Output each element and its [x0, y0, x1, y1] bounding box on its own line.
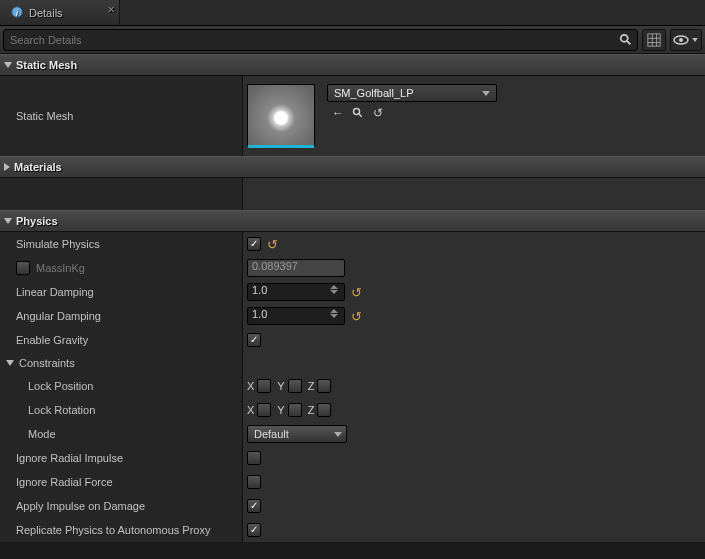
row-lock-position: Lock Position X Y Z [0, 374, 705, 398]
checkbox-lock-position-x[interactable] [257, 379, 271, 393]
checkbox-mass-in-kg[interactable] [16, 261, 30, 275]
svg-line-12 [359, 114, 362, 117]
row-lock-rotation: Lock Rotation X Y Z [0, 398, 705, 422]
checkbox-apply-impulse-on-damage[interactable] [247, 499, 261, 513]
expand-icon [4, 218, 12, 224]
checkbox-simulate-physics[interactable] [247, 237, 261, 251]
label-mass-in-kg: MassInKg [36, 262, 85, 274]
reset-icon[interactable]: ↺ [351, 285, 362, 300]
expand-icon [4, 163, 10, 171]
tab-details[interactable]: i Details ✕ [0, 0, 120, 25]
label-static-mesh: Static Mesh [0, 76, 243, 156]
checkbox-ignore-radial-impulse[interactable] [247, 451, 261, 465]
field-angular-damping[interactable]: 1.0 [247, 307, 345, 325]
sub-header-constraints[interactable]: Constraints [0, 352, 243, 374]
label-linear-damping: Linear Damping [0, 280, 243, 304]
property-matrix-button[interactable] [642, 29, 666, 51]
label-mode: Mode [0, 422, 243, 446]
field-linear-damping[interactable]: 1.0 [247, 283, 345, 301]
search-icon[interactable] [617, 31, 635, 49]
label-simulate-physics: Simulate Physics [0, 232, 243, 256]
reset-icon[interactable]: ↺ [371, 106, 385, 120]
label-lock-position: Lock Position [0, 374, 243, 398]
chevron-down-icon [334, 432, 342, 437]
section-title: Static Mesh [16, 59, 77, 71]
section-header-static-mesh[interactable]: Static Mesh [0, 54, 705, 76]
label-replicate-physics: Replicate Physics to Autonomous Proxy [0, 518, 243, 542]
row-mode: Mode Default [0, 422, 705, 446]
checkbox-lock-position-y[interactable] [288, 379, 302, 393]
section-header-physics[interactable]: Physics [0, 210, 705, 232]
checkbox-lock-rotation-y[interactable] [288, 403, 302, 417]
label-enable-gravity: Enable Gravity [0, 328, 243, 352]
label-lock-rotation: Lock Rotation [0, 398, 243, 422]
chevron-down-icon [482, 91, 490, 96]
row-replicate-physics: Replicate Physics to Autonomous Proxy [0, 518, 705, 542]
row-mass-in-kg: MassInKg 0.089397 [0, 256, 705, 280]
label-angular-damping: Angular Damping [0, 304, 243, 328]
close-icon[interactable]: ✕ [107, 4, 115, 15]
svg-rect-4 [648, 33, 660, 45]
tab-label: Details [29, 7, 63, 19]
field-mass-in-kg[interactable]: 0.089397 [247, 259, 345, 277]
checkbox-lock-rotation-x[interactable] [257, 403, 271, 417]
svg-line-3 [627, 40, 631, 44]
view-options-button[interactable] [670, 29, 702, 51]
use-selected-icon[interactable]: ← [331, 106, 345, 120]
row-simulate-physics: Simulate Physics ↺ [0, 232, 705, 256]
expand-icon [4, 62, 12, 68]
row-ignore-radial-impulse: Ignore Radial Impulse [0, 446, 705, 470]
expand-icon [6, 360, 14, 366]
asset-thumbnail[interactable] [247, 84, 315, 148]
row-enable-gravity: Enable Gravity [0, 328, 705, 352]
select-mode[interactable]: Default [247, 425, 347, 443]
checkbox-ignore-radial-force[interactable] [247, 475, 261, 489]
chevron-down-icon [692, 37, 698, 41]
browse-icon[interactable] [351, 106, 365, 120]
asset-dropdown[interactable]: SM_Golfball_LP [327, 84, 497, 102]
label-apply-impulse-on-damage: Apply Impulse on Damage [0, 494, 243, 518]
label-ignore-radial-impulse: Ignore Radial Impulse [0, 446, 243, 470]
row-apply-impulse-on-damage: Apply Impulse on Damage [0, 494, 705, 518]
tab-bar: i Details ✕ [0, 0, 705, 26]
row-static-mesh: Static Mesh SM_Golfball_LP ← ↺ [0, 76, 705, 156]
panel-body: Static Mesh Static Mesh SM_Golfball_LP ←… [0, 54, 705, 559]
checkbox-enable-gravity[interactable] [247, 333, 261, 347]
section-title: Materials [14, 161, 62, 173]
svg-point-2 [621, 34, 628, 41]
info-icon: i [10, 5, 24, 21]
checkbox-replicate-physics[interactable] [247, 523, 261, 537]
reset-icon[interactable]: ↺ [267, 237, 278, 252]
label-ignore-radial-force: Ignore Radial Force [0, 470, 243, 494]
section-title: Physics [16, 215, 58, 227]
row-angular-damping: Angular Damping 1.0 ↺ [0, 304, 705, 328]
toolbar [0, 26, 705, 54]
row-linear-damping: Linear Damping 1.0 ↺ [0, 280, 705, 304]
search-input[interactable] [3, 29, 638, 51]
row-ignore-radial-force: Ignore Radial Force [0, 470, 705, 494]
svg-point-10 [679, 38, 683, 42]
checkbox-lock-rotation-z[interactable] [317, 403, 331, 417]
section-header-materials[interactable]: Materials [0, 156, 705, 178]
svg-point-11 [354, 109, 360, 115]
search-container [3, 29, 638, 51]
reset-icon[interactable]: ↺ [351, 309, 362, 324]
checkbox-lock-position-z[interactable] [317, 379, 331, 393]
